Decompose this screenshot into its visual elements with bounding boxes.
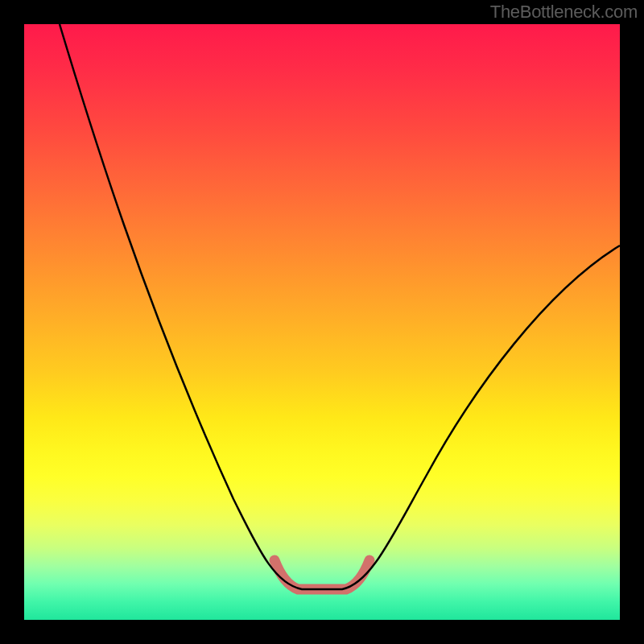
chart-svg — [24, 24, 620, 620]
chart-frame: TheBottleneck.com — [0, 0, 644, 644]
watermark-text: TheBottleneck.com — [490, 2, 638, 23]
chart-main-curve — [60, 24, 620, 589]
